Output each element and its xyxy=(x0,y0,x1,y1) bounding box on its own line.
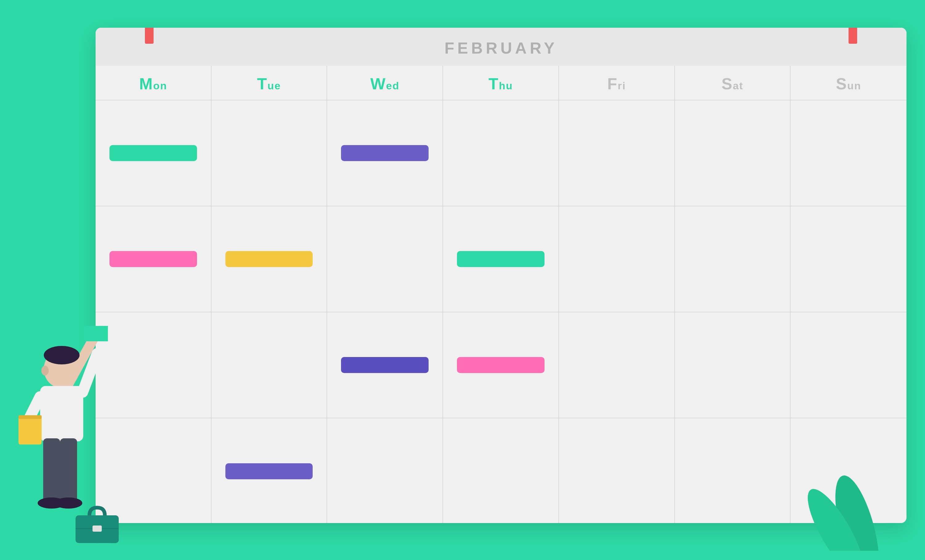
svg-rect-12 xyxy=(43,438,60,503)
svg-rect-18 xyxy=(92,525,102,531)
svg-rect-11 xyxy=(18,415,42,419)
cell-tue-1 xyxy=(211,206,327,312)
pin-right xyxy=(848,28,857,44)
briefcase-illustration xyxy=(74,504,120,545)
column-wed: Wed xyxy=(327,66,443,523)
cell-mon-1 xyxy=(96,206,211,312)
cell-fri-2 xyxy=(559,312,674,418)
column-thu: Thu xyxy=(443,66,559,523)
event-bar xyxy=(225,463,313,479)
cell-wed-1 xyxy=(327,206,443,312)
cell-sat-1 xyxy=(675,206,790,312)
cell-thu-3 xyxy=(443,418,558,523)
leaves-decoration xyxy=(795,412,900,551)
day-header-fri: Fri xyxy=(559,66,674,101)
cell-tue-3 xyxy=(211,418,327,523)
column-mon: Mon xyxy=(96,66,211,523)
cell-thu-1 xyxy=(443,206,558,312)
event-bar xyxy=(341,357,429,373)
event-bar xyxy=(110,145,197,161)
person-illustration xyxy=(9,301,108,526)
cell-sat-3 xyxy=(675,418,790,523)
cell-mon-2 xyxy=(96,312,211,418)
cell-sun-1 xyxy=(791,206,907,312)
day-header-mon: Mon xyxy=(96,66,211,101)
day-header-tue: Tue xyxy=(211,66,327,101)
cell-thu-0 xyxy=(443,101,558,206)
column-sat: Sat xyxy=(675,66,791,523)
svg-point-5 xyxy=(44,346,80,365)
cell-wed-2 xyxy=(327,312,443,418)
calendar: FEBRUARY Mon Tue xyxy=(96,28,907,523)
day-header-thu: Thu xyxy=(443,66,558,101)
cell-fri-0 xyxy=(559,101,674,206)
column-fri: Fri xyxy=(559,66,675,523)
cell-sun-0 xyxy=(791,101,907,206)
cell-fri-1 xyxy=(559,206,674,312)
svg-rect-7 xyxy=(40,386,83,441)
day-header-sun: Sun xyxy=(791,66,907,101)
svg-rect-10 xyxy=(18,415,42,444)
cell-sun-2 xyxy=(791,312,907,418)
svg-rect-3 xyxy=(83,326,108,341)
pin-left xyxy=(145,28,154,44)
cell-sat-2 xyxy=(675,312,790,418)
day-header-wed: Wed xyxy=(327,66,443,101)
cell-sat-0 xyxy=(675,101,790,206)
cell-thu-2 xyxy=(443,312,558,418)
calendar-month: FEBRUARY xyxy=(96,28,907,66)
svg-rect-13 xyxy=(60,438,77,503)
column-tue: Tue xyxy=(211,66,327,523)
cell-wed-3 xyxy=(327,418,443,523)
svg-point-6 xyxy=(41,366,49,375)
event-bar xyxy=(110,251,197,267)
event-bar xyxy=(341,145,429,161)
cell-tue-0 xyxy=(211,101,327,206)
event-bar xyxy=(457,357,544,373)
day-header-sat: Sat xyxy=(675,66,790,101)
cell-mon-0 xyxy=(96,101,211,206)
cell-wed-0 xyxy=(327,101,443,206)
event-bar xyxy=(457,251,544,267)
calendar-grid: Mon Tue xyxy=(96,66,907,523)
cell-fri-3 xyxy=(559,418,674,523)
cell-tue-2 xyxy=(211,312,327,418)
event-bar xyxy=(225,251,313,267)
